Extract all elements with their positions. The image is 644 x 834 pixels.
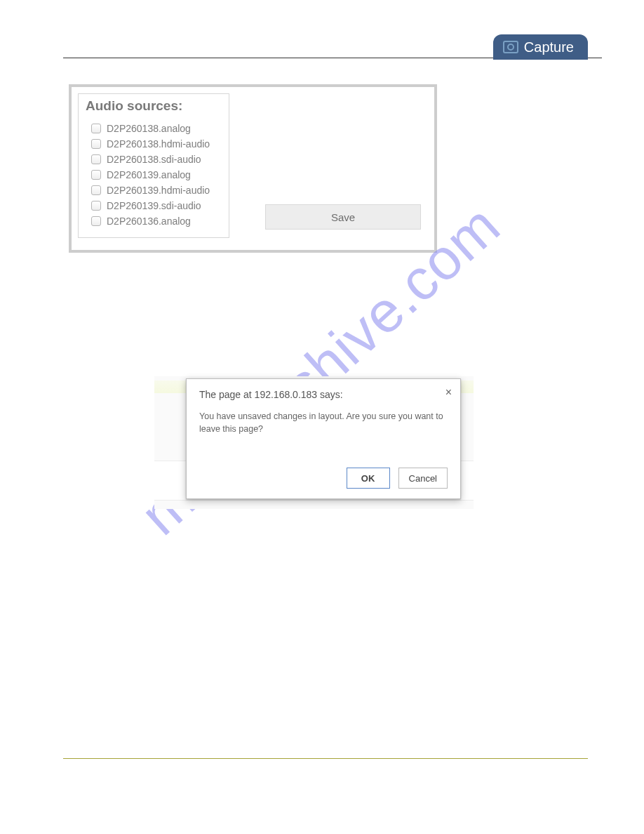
- footer-divider: [63, 758, 588, 759]
- audio-source-label: D2P260138.analog: [107, 121, 191, 136]
- confirm-dialog: × The page at 192.168.0.183 says: You ha…: [186, 378, 461, 499]
- checkbox[interactable]: [91, 201, 101, 211]
- audio-source-label: D2P260138.sdi-audio: [107, 152, 201, 167]
- ok-button[interactable]: OK: [347, 468, 390, 489]
- close-icon[interactable]: ×: [445, 386, 452, 399]
- audio-source-item: D2P260138.hdmi-audio: [91, 136, 222, 152]
- audio-source-label: D2P260138.hdmi-audio: [107, 136, 210, 152]
- audio-source-label: D2P260139.analog: [107, 167, 191, 183]
- checkbox[interactable]: [91, 170, 101, 180]
- checkbox[interactable]: [91, 185, 101, 195]
- audio-source-item: D2P260136.analog: [91, 213, 222, 229]
- audio-sources-title: Audio sources:: [86, 98, 222, 114]
- dialog-title: The page at 192.168.0.183 says:: [199, 389, 448, 400]
- cancel-button[interactable]: Cancel: [398, 468, 448, 489]
- capture-label: Capture: [524, 39, 574, 55]
- audio-source-item: D2P260139.sdi-audio: [91, 198, 222, 213]
- audio-source-item: D2P260138.analog: [91, 121, 222, 136]
- audio-source-label: D2P260139.hdmi-audio: [107, 183, 210, 198]
- audio-sources-box: Audio sources: D2P260138.analog D2P26013…: [78, 93, 229, 238]
- dialog-message: You have unsaved changes in layout. Are …: [199, 410, 448, 435]
- audio-source-label: D2P260139.sdi-audio: [107, 198, 201, 213]
- checkbox[interactable]: [91, 216, 101, 226]
- audio-source-item: D2P260139.analog: [91, 167, 222, 183]
- save-button[interactable]: Save: [265, 204, 421, 230]
- camera-icon: [503, 41, 518, 53]
- dialog-screenshot-area: × The page at 192.168.0.183 says: You ha…: [154, 376, 474, 509]
- audio-source-item: D2P260139.hdmi-audio: [91, 183, 222, 198]
- cancel-button-label: Cancel: [409, 473, 437, 484]
- capture-header-tab: Capture: [493, 34, 588, 60]
- dialog-button-row: OK Cancel: [347, 468, 448, 489]
- ok-button-label: OK: [361, 473, 375, 484]
- audio-sources-panel: Audio sources: D2P260138.analog D2P26013…: [69, 84, 437, 253]
- checkbox[interactable]: [91, 154, 101, 164]
- audio-source-item: D2P260138.sdi-audio: [91, 152, 222, 167]
- checkbox[interactable]: [91, 139, 101, 149]
- save-button-label: Save: [331, 211, 355, 223]
- audio-source-label: D2P260136.analog: [107, 213, 191, 229]
- audio-sources-list: D2P260138.analog D2P260138.hdmi-audio D2…: [86, 121, 222, 229]
- checkbox[interactable]: [91, 124, 101, 133]
